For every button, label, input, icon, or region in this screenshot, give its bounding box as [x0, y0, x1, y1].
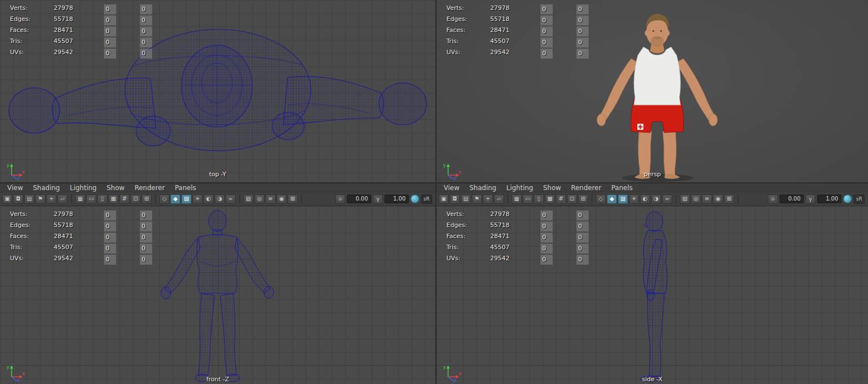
viewport-top[interactable]: Verts: 27978 0 0 Edges: 55718 0 0 Faces:… [0, 0, 435, 182]
shadows-icon[interactable]: ◐ [204, 194, 214, 204]
pan-zoom-icon[interactable]: + [46, 194, 56, 204]
separator [507, 194, 508, 204]
pan-zoom-icon[interactable]: + [483, 194, 493, 204]
panel-toolbar: ▣ ◘ ▤ ⚑ + ▱ ▦ ▭ ▯ [436, 192, 868, 206]
textured-icon[interactable]: ▨ [618, 194, 628, 204]
separator [675, 194, 677, 204]
model-mesh [640, 212, 667, 381]
menu-view[interactable]: View [439, 183, 464, 192]
select-camera-icon[interactable]: ▣ [439, 194, 449, 204]
safe-title-icon[interactable]: ⊞ [578, 194, 588, 204]
axis-x-label: x [22, 170, 25, 175]
multisample-aa-icon[interactable]: ▧ [680, 194, 690, 204]
grid-icon[interactable]: ▦ [75, 194, 85, 204]
axis-indicator: y x z [442, 362, 462, 382]
depth-of-field-icon[interactable]: ◎ [254, 194, 264, 204]
multisample-aa-icon[interactable]: ▧ [243, 194, 253, 204]
axis-x-label: x [22, 371, 25, 376]
depth-of-field-icon[interactable]: ◎ [691, 194, 701, 204]
gamma-field[interactable]: 1.00 [817, 194, 841, 203]
bookmark-icon[interactable]: ⚑ [472, 194, 482, 204]
isolate-select-icon[interactable]: ◉ [277, 194, 287, 204]
axis-y-label: y [443, 163, 446, 168]
axis-z-label: z [17, 378, 19, 382]
ambient-occlusion-icon[interactable]: ◑ [651, 194, 661, 204]
axis-indicator: y x z [6, 362, 25, 382]
menu-panels[interactable]: Panels [170, 183, 201, 192]
use-all-lights-icon[interactable]: ☀ [193, 194, 202, 204]
panel-menubar: View Shading Lighting Show Renderer Pane… [0, 183, 435, 192]
motion-blur-icon[interactable]: ≈ [662, 194, 672, 204]
gamma-icon[interactable]: γ [805, 194, 815, 204]
axis-y-label: y [7, 365, 9, 370]
image-plane-icon[interactable]: ▤ [24, 194, 34, 204]
image-plane-icon[interactable]: ▤ [461, 194, 471, 204]
menu-lighting[interactable]: Lighting [65, 183, 102, 192]
resolution-gate-icon[interactable]: ▯ [534, 194, 544, 204]
menu-renderer[interactable]: Renderer [129, 183, 170, 192]
menu-show[interactable]: Show [538, 183, 566, 192]
ambient-occlusion-icon[interactable]: ◑ [215, 194, 225, 204]
viewport-side[interactable]: Verts: 27978 0 0 Edges: 55718 0 0 Faces: [436, 206, 868, 384]
menu-lighting[interactable]: Lighting [501, 183, 538, 192]
grid-icon[interactable]: ▦ [512, 194, 522, 204]
film-gate-icon[interactable]: ▭ [523, 194, 533, 204]
motion-blur-icon[interactable]: ≈ [226, 194, 236, 204]
gate-mask-icon[interactable]: ▩ [108, 194, 118, 204]
safe-action-icon[interactable]: ⊡ [567, 194, 577, 204]
smooth-shade-icon[interactable]: ◆ [607, 194, 617, 204]
toolbar-fields: ☼ 0.00 γ 1.00 sR [335, 194, 433, 204]
axis-y-label: y [7, 163, 9, 168]
menu-renderer[interactable]: Renderer [566, 183, 606, 192]
film-gate-icon[interactable]: ▭ [86, 194, 96, 204]
toolbar-icon-group: ▣ ◘ ▤ ⚑ + ▱ ▦ ▭ ▯ [2, 194, 304, 204]
srgb-toggle[interactable]: sR [421, 194, 432, 204]
lock-camera-icon[interactable]: ◘ [13, 194, 23, 204]
grease-pencil-icon[interactable]: ▱ [494, 194, 504, 204]
menu-shading[interactable]: Shading [464, 183, 501, 192]
bookmark-icon[interactable]: ⚑ [35, 194, 45, 204]
menu-panels[interactable]: Panels [606, 183, 638, 192]
wireframe-icon[interactable]: ◇ [596, 194, 606, 204]
lock-camera-icon[interactable]: ◘ [450, 194, 460, 204]
separator [301, 194, 302, 204]
gate-mask-icon[interactable]: ▩ [545, 194, 555, 204]
resolution-gate-icon[interactable]: ▯ [97, 194, 107, 204]
use-all-lights-icon[interactable]: ☀ [629, 194, 639, 204]
isolate-select-icon[interactable]: ◉ [713, 194, 723, 204]
volume-fog-icon[interactable]: ≡ [702, 194, 712, 204]
color-management-icon[interactable] [410, 194, 419, 203]
safe-action-icon[interactable]: ⊡ [131, 194, 141, 204]
safe-title-icon[interactable]: ⊞ [142, 194, 152, 204]
viewport-front[interactable]: Verts: 27978 0 0 Edges: 55718 0 0 Faces: [0, 206, 435, 384]
menu-shading[interactable]: Shading [28, 183, 65, 192]
field-chart-icon[interactable]: # [556, 194, 566, 204]
axis-z-label: z [454, 176, 456, 180]
menu-view[interactable]: View [2, 183, 28, 192]
grease-pencil-icon[interactable]: ▱ [58, 194, 67, 204]
smooth-shade-icon[interactable]: ◆ [170, 194, 180, 204]
shadows-icon[interactable]: ◐ [640, 194, 650, 204]
wireframe-icon[interactable]: ◇ [159, 194, 169, 204]
srgb-toggle[interactable]: sR [854, 194, 865, 204]
xray-icon[interactable]: ⊠ [724, 194, 734, 204]
viewport-persp[interactable]: Verts: 27978 0 0 Edges: 55718 0 0 Faces:… [436, 0, 868, 182]
volume-fog-icon[interactable]: ≡ [266, 194, 276, 204]
exposure-icon[interactable]: ☼ [768, 194, 778, 204]
panel-toolbar: ▣ ◘ ▤ ⚑ + ▱ ▦ ▭ ▯ [0, 192, 435, 206]
xray-icon[interactable]: ⊠ [288, 194, 298, 204]
exposure-field[interactable]: 0.00 [779, 194, 804, 203]
menu-show[interactable]: Show [102, 183, 129, 192]
viewport-front-pane[interactable]: View Shading Lighting Show Renderer Pane… [0, 183, 435, 384]
exposure-icon[interactable]: ☼ [335, 194, 345, 204]
gamma-icon[interactable]: γ [373, 194, 383, 204]
gamma-field[interactable]: 1.00 [384, 194, 409, 203]
field-chart-icon[interactable]: # [119, 194, 129, 204]
viewport-side-pane[interactable]: View Shading Lighting Show Renderer Pane… [436, 183, 868, 384]
color-management-icon[interactable] [843, 194, 852, 203]
axis-x-label: x [459, 170, 461, 175]
persp-character-model [436, 0, 868, 182]
textured-icon[interactable]: ▨ [181, 194, 191, 204]
select-camera-icon[interactable]: ▣ [2, 194, 12, 204]
exposure-field[interactable]: 0.00 [347, 194, 371, 203]
